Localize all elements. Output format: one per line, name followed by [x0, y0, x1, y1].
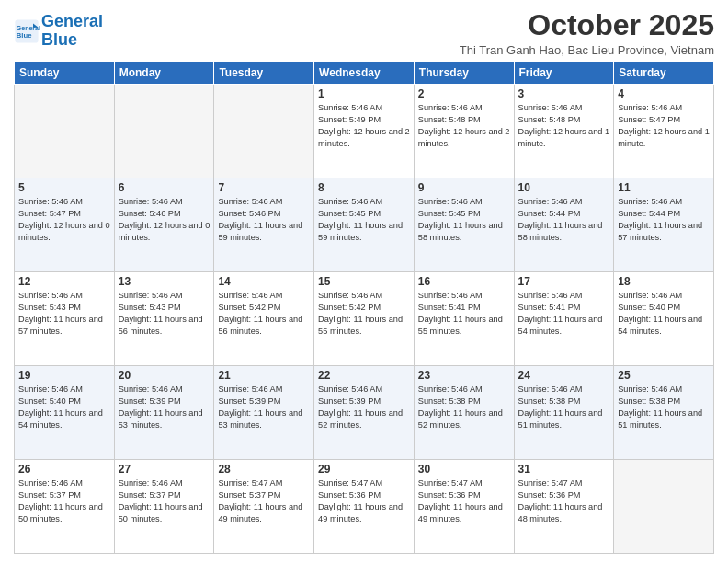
table-row: 24Sunrise: 5:46 AM Sunset: 5:38 PM Dayli…	[514, 366, 614, 460]
day-number: 2	[418, 87, 510, 100]
calendar-header-row: Sunday Monday Tuesday Wednesday Thursday…	[15, 62, 714, 85]
day-info: Sunrise: 5:46 AM Sunset: 5:45 PM Dayligh…	[318, 196, 410, 244]
day-number: 14	[218, 275, 310, 288]
day-number: 12	[18, 275, 110, 288]
day-info: Sunrise: 5:47 AM Sunset: 5:37 PM Dayligh…	[218, 477, 310, 525]
day-number: 10	[518, 181, 610, 194]
table-row: 30Sunrise: 5:47 AM Sunset: 5:36 PM Dayli…	[414, 460, 514, 554]
day-info: Sunrise: 5:47 AM Sunset: 5:36 PM Dayligh…	[418, 477, 510, 525]
day-number: 19	[18, 369, 110, 382]
table-row: 5Sunrise: 5:46 AM Sunset: 5:47 PM Daylig…	[15, 178, 115, 272]
day-info: Sunrise: 5:46 AM Sunset: 5:37 PM Dayligh…	[119, 477, 210, 525]
day-info: Sunrise: 5:46 AM Sunset: 5:46 PM Dayligh…	[218, 196, 310, 244]
day-number: 13	[119, 275, 210, 288]
day-number: 29	[318, 463, 410, 476]
day-info: Sunrise: 5:46 AM Sunset: 5:48 PM Dayligh…	[418, 102, 510, 150]
day-info: Sunrise: 5:47 AM Sunset: 5:36 PM Dayligh…	[518, 477, 610, 525]
svg-text:Blue: Blue	[17, 31, 32, 40]
table-row: 12Sunrise: 5:46 AM Sunset: 5:43 PM Dayli…	[15, 272, 115, 366]
header-sunday: Sunday	[15, 62, 115, 85]
day-info: Sunrise: 5:46 AM Sunset: 5:39 PM Dayligh…	[218, 384, 310, 431]
day-number: 30	[418, 463, 510, 476]
month-title: October 2025	[103, 9, 714, 41]
day-number: 6	[119, 181, 210, 194]
calendar-week-row: 26Sunrise: 5:46 AM Sunset: 5:37 PM Dayli…	[15, 460, 714, 554]
svg-text:General: General	[17, 24, 40, 30]
day-number: 22	[318, 369, 410, 382]
day-number: 16	[418, 275, 510, 288]
table-row: 7Sunrise: 5:46 AM Sunset: 5:46 PM Daylig…	[214, 178, 314, 272]
table-row: 15Sunrise: 5:46 AM Sunset: 5:42 PM Dayli…	[314, 272, 415, 366]
day-info: Sunrise: 5:46 AM Sunset: 5:39 PM Dayligh…	[318, 384, 410, 431]
table-row: 1Sunrise: 5:46 AM Sunset: 5:49 PM Daylig…	[314, 85, 415, 178]
day-info: Sunrise: 5:46 AM Sunset: 5:38 PM Dayligh…	[418, 384, 510, 431]
table-row: 17Sunrise: 5:46 AM Sunset: 5:41 PM Dayli…	[514, 272, 614, 366]
day-number: 31	[518, 463, 610, 476]
day-info: Sunrise: 5:46 AM Sunset: 5:37 PM Dayligh…	[18, 477, 110, 525]
header-saturday: Saturday	[614, 62, 714, 85]
table-row: 2Sunrise: 5:46 AM Sunset: 5:48 PM Daylig…	[414, 85, 514, 178]
header-monday: Monday	[114, 62, 214, 85]
day-info: Sunrise: 5:46 AM Sunset: 5:42 PM Dayligh…	[218, 290, 310, 338]
header-tuesday: Tuesday	[214, 62, 314, 85]
day-number: 15	[318, 275, 410, 288]
day-number: 24	[518, 369, 610, 382]
table-row: 6Sunrise: 5:46 AM Sunset: 5:46 PM Daylig…	[114, 178, 214, 272]
table-row: 16Sunrise: 5:46 AM Sunset: 5:41 PM Dayli…	[414, 272, 514, 366]
day-info: Sunrise: 5:46 AM Sunset: 5:42 PM Dayligh…	[318, 290, 410, 338]
day-info: Sunrise: 5:46 AM Sunset: 5:46 PM Dayligh…	[119, 196, 210, 244]
day-info: Sunrise: 5:46 AM Sunset: 5:45 PM Dayligh…	[418, 196, 510, 244]
table-row: 26Sunrise: 5:46 AM Sunset: 5:37 PM Dayli…	[15, 460, 115, 554]
calendar-week-row: 19Sunrise: 5:46 AM Sunset: 5:40 PM Dayli…	[15, 366, 714, 460]
table-row: 8Sunrise: 5:46 AM Sunset: 5:45 PM Daylig…	[314, 178, 415, 272]
day-number: 21	[218, 369, 310, 382]
table-row: 29Sunrise: 5:47 AM Sunset: 5:36 PM Dayli…	[314, 460, 415, 554]
day-number: 28	[218, 463, 310, 476]
header-wednesday: Wednesday	[314, 62, 415, 85]
day-info: Sunrise: 5:46 AM Sunset: 5:44 PM Dayligh…	[618, 196, 710, 244]
day-info: Sunrise: 5:46 AM Sunset: 5:48 PM Dayligh…	[518, 102, 610, 150]
day-info: Sunrise: 5:46 AM Sunset: 5:39 PM Dayligh…	[119, 384, 210, 431]
header-thursday: Thursday	[414, 62, 514, 85]
table-row: 27Sunrise: 5:46 AM Sunset: 5:37 PM Dayli…	[114, 460, 214, 554]
day-info: Sunrise: 5:46 AM Sunset: 5:47 PM Dayligh…	[618, 102, 710, 150]
day-number: 20	[119, 369, 210, 382]
table-row: 13Sunrise: 5:46 AM Sunset: 5:43 PM Dayli…	[114, 272, 214, 366]
day-number: 9	[418, 181, 510, 194]
calendar-table: Sunday Monday Tuesday Wednesday Thursday…	[14, 61, 714, 554]
calendar-week-row: 1Sunrise: 5:46 AM Sunset: 5:49 PM Daylig…	[15, 85, 714, 178]
day-info: Sunrise: 5:46 AM Sunset: 5:40 PM Dayligh…	[618, 290, 710, 338]
table-row: 10Sunrise: 5:46 AM Sunset: 5:44 PM Dayli…	[514, 178, 614, 272]
header: General Blue General Blue October 2025 T…	[14, 9, 714, 57]
title-section: October 2025 Thi Tran Ganh Hao, Bac Lieu…	[103, 9, 714, 57]
day-info: Sunrise: 5:46 AM Sunset: 5:38 PM Dayligh…	[618, 384, 710, 431]
day-number: 17	[518, 275, 610, 288]
day-info: Sunrise: 5:46 AM Sunset: 5:38 PM Dayligh…	[518, 384, 610, 431]
day-info: Sunrise: 5:46 AM Sunset: 5:41 PM Dayligh…	[518, 290, 610, 338]
day-number: 26	[18, 463, 110, 476]
logo-text: General Blue	[41, 13, 103, 50]
day-number: 5	[18, 181, 110, 194]
table-row: 28Sunrise: 5:47 AM Sunset: 5:37 PM Dayli…	[214, 460, 314, 554]
day-info: Sunrise: 5:47 AM Sunset: 5:36 PM Dayligh…	[318, 477, 410, 525]
day-info: Sunrise: 5:46 AM Sunset: 5:41 PM Dayligh…	[418, 290, 510, 338]
day-number: 1	[318, 87, 410, 100]
table-row	[614, 460, 714, 554]
table-row: 9Sunrise: 5:46 AM Sunset: 5:45 PM Daylig…	[414, 178, 514, 272]
table-row: 19Sunrise: 5:46 AM Sunset: 5:40 PM Dayli…	[15, 366, 115, 460]
day-number: 11	[618, 181, 710, 194]
header-friday: Friday	[514, 62, 614, 85]
day-number: 18	[618, 275, 710, 288]
table-row: 21Sunrise: 5:46 AM Sunset: 5:39 PM Dayli…	[214, 366, 314, 460]
logo-icon: General Blue	[14, 18, 40, 44]
day-number: 7	[218, 181, 310, 194]
day-info: Sunrise: 5:46 AM Sunset: 5:49 PM Dayligh…	[318, 102, 410, 150]
calendar-week-row: 5Sunrise: 5:46 AM Sunset: 5:47 PM Daylig…	[15, 178, 714, 272]
table-row: 25Sunrise: 5:46 AM Sunset: 5:38 PM Dayli…	[614, 366, 714, 460]
day-info: Sunrise: 5:46 AM Sunset: 5:43 PM Dayligh…	[119, 290, 210, 338]
table-row	[114, 85, 214, 178]
day-number: 25	[618, 369, 710, 382]
day-info: Sunrise: 5:46 AM Sunset: 5:40 PM Dayligh…	[18, 384, 110, 431]
table-row: 22Sunrise: 5:46 AM Sunset: 5:39 PM Dayli…	[314, 366, 415, 460]
day-info: Sunrise: 5:46 AM Sunset: 5:43 PM Dayligh…	[18, 290, 110, 338]
